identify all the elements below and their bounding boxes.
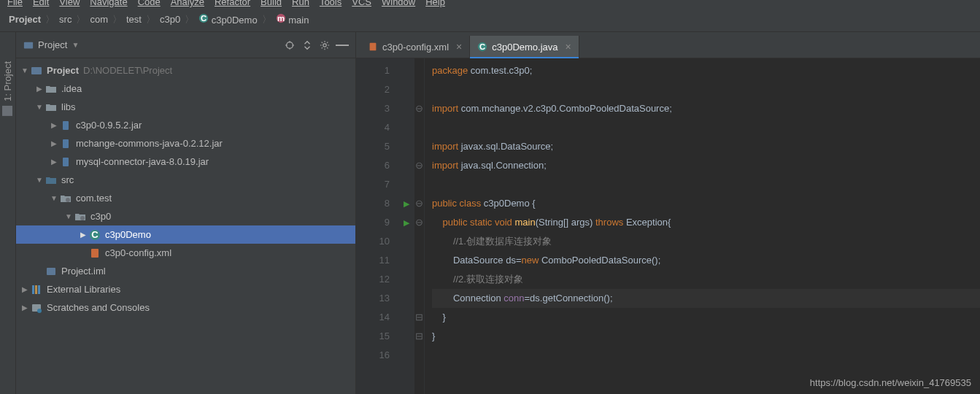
package-icon: [74, 211, 86, 223]
menu-navigate[interactable]: Navigate: [90, 0, 127, 7]
tab-config[interactable]: c3p0-config.xml×: [360, 36, 470, 58]
project-tool-button[interactable]: 1: Project: [2, 61, 13, 116]
svg-rect-12: [63, 121, 69, 130]
run-main-icon[interactable]: ▶: [398, 213, 414, 232]
breadcrumb: Project 〉 src 〉 com 〉 test 〉 c3p0 〉 C c3…: [0, 7, 980, 32]
chevron-right-icon: 〉: [45, 13, 55, 26]
code-editor[interactable]: 1234 5678 9101112 13141516 ▶ ▶ ⊖ ⊖ ⊖ ⊖ ⊟…: [356, 58, 980, 394]
tree-javafile[interactable]: ▶Cc3p0Demo: [16, 225, 355, 244]
tree-pkg[interactable]: ▼com.test: [16, 189, 355, 207]
svg-point-16: [80, 216, 85, 220]
project-panel: Project ▼ — ▼ProjectD:\NODELET\Project ▶…: [16, 32, 356, 394]
menu-bar: File Edit View Navigate Code Analyze Ref…: [0, 0, 980, 7]
project-strip-icon: [3, 106, 13, 116]
crumb-project[interactable]: Project: [9, 14, 41, 25]
editor-tabs: c3p0-config.xml× C c3p0Demo.java×: [356, 32, 980, 58]
svg-rect-20: [47, 268, 55, 275]
tree-subpkg[interactable]: ▼c3p0: [16, 207, 355, 225]
svg-rect-21: [32, 285, 34, 294]
menu-edit[interactable]: Edit: [33, 0, 49, 7]
chevron-right-icon: 〉: [262, 13, 271, 26]
package-icon: [60, 193, 72, 204]
fold-end-icon[interactable]: ⊟: [414, 327, 424, 346]
run-class-icon[interactable]: ▶: [398, 194, 414, 213]
crumb-src[interactable]: src: [59, 14, 72, 25]
tree-scratch[interactable]: ▶Scratches and Consoles: [16, 298, 355, 317]
tree-root[interactable]: ▼ProjectD:\NODELET\Project: [16, 61, 355, 80]
fold-icon[interactable]: ⊖: [414, 156, 424, 175]
locate-icon[interactable]: [284, 39, 296, 51]
menu-file[interactable]: File: [7, 0, 23, 7]
menu-build[interactable]: Build: [261, 0, 282, 7]
close-icon[interactable]: ×: [456, 41, 462, 53]
svg-rect-13: [63, 139, 69, 148]
project-view-selector[interactable]: Project ▼: [23, 39, 79, 50]
tab-demo[interactable]: C c3p0Demo.java×: [470, 36, 579, 58]
tree-src[interactable]: ▼src: [16, 171, 355, 189]
source-folder-icon: [45, 174, 57, 186]
gear-icon[interactable]: [319, 39, 331, 51]
close-icon[interactable]: ×: [566, 41, 571, 53]
fold-icon[interactable]: ⊖: [414, 99, 424, 118]
fold-icon[interactable]: ⊖: [414, 194, 424, 213]
svg-text:C: C: [479, 42, 485, 51]
svg-text:C: C: [91, 229, 99, 240]
menu-refactor[interactable]: Refactor: [215, 0, 250, 7]
tree-idea[interactable]: ▶.idea: [16, 80, 355, 98]
folder-icon: [45, 101, 57, 113]
jar-icon: [60, 138, 72, 150]
svg-rect-19: [91, 249, 99, 258]
menu-help[interactable]: Help: [425, 0, 445, 7]
tree-xmlfile[interactable]: ▶c3p0-config.xml: [16, 244, 355, 262]
tree-jar1[interactable]: ▶c3p0-0.9.5.2.jar: [16, 116, 355, 134]
line-gutter: 1234 5678 9101112 13141516: [356, 58, 398, 394]
tree-ext[interactable]: ▶External Libraries: [16, 280, 355, 298]
expand-all-icon[interactable]: [301, 39, 313, 51]
fold-gutter: ⊖ ⊖ ⊖ ⊖ ⊟ ⊟: [414, 58, 425, 394]
crumb-class[interactable]: C c3p0Demo: [198, 13, 258, 26]
fold-icon[interactable]: ⊖: [414, 213, 424, 232]
project-folder-icon: [31, 65, 42, 77]
hide-icon[interactable]: —: [336, 39, 348, 51]
svg-point-10: [323, 43, 326, 46]
scratch-icon: [31, 302, 42, 314]
chevron-right-icon: 〉: [185, 13, 194, 26]
menu-vcs[interactable]: VCS: [352, 0, 371, 7]
svg-text:m: m: [277, 14, 285, 23]
tree-jar3[interactable]: ▶mysql-connector-java-8.0.19.jar: [16, 152, 355, 171]
svg-rect-26: [370, 43, 377, 51]
svg-point-15: [66, 198, 70, 202]
tree-iml[interactable]: ▶Project.iml: [16, 262, 355, 280]
xml-icon: [89, 247, 101, 259]
menu-code[interactable]: Code: [138, 0, 161, 7]
svg-rect-11: [31, 67, 42, 74]
menu-window[interactable]: Window: [382, 0, 415, 7]
crumb-com[interactable]: com: [90, 14, 108, 25]
module-icon: [45, 266, 57, 277]
class-icon: C: [477, 42, 487, 52]
tool-window-strip: 1: Project: [0, 32, 16, 394]
chevron-right-icon: 〉: [76, 13, 85, 26]
crumb-test[interactable]: test: [126, 14, 142, 25]
menu-run[interactable]: Run: [292, 0, 309, 7]
tree-libs[interactable]: ▼libs: [16, 98, 355, 116]
fold-end-icon[interactable]: ⊟: [414, 308, 424, 327]
jar-icon: [60, 156, 72, 168]
menu-analyze[interactable]: Analyze: [171, 0, 204, 7]
crumb-c3p0[interactable]: c3p0: [160, 14, 180, 25]
xml-icon: [368, 42, 378, 52]
crumb-method[interactable]: m main: [276, 13, 309, 26]
menu-tools[interactable]: Tools: [320, 0, 342, 7]
svg-point-5: [287, 42, 293, 48]
svg-rect-14: [63, 158, 69, 166]
code-body[interactable]: package com.test.c3p0; import com.mchang…: [425, 58, 980, 394]
chevron-right-icon: 〉: [146, 13, 155, 26]
svg-rect-23: [38, 285, 40, 294]
folder-icon: [45, 83, 57, 95]
watermark: https://blog.csdn.net/weixin_41769535: [810, 377, 971, 388]
project-tree: ▼ProjectD:\NODELET\Project ▶.idea ▼libs …: [16, 58, 355, 394]
jar-icon: [60, 120, 72, 131]
library-icon: [31, 284, 42, 296]
menu-view[interactable]: View: [59, 0, 80, 7]
tree-jar2[interactable]: ▶mchange-commons-java-0.2.12.jar: [16, 134, 355, 152]
